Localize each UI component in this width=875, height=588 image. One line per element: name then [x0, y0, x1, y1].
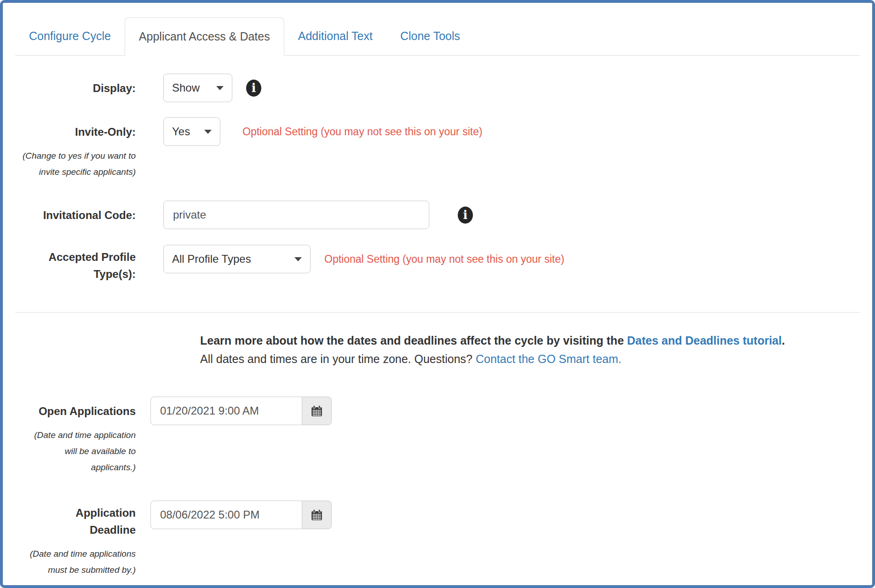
invite-only-select-value: Yes — [172, 125, 190, 138]
application-deadline-label-line2: Deadline — [15, 521, 136, 538]
accepted-profile-label-line1: Accepted Profile — [15, 248, 136, 265]
open-applications-date-input[interactable] — [150, 397, 302, 425]
calendar-icon — [311, 405, 323, 417]
open-applications-row: Open Applications (Date and time applica… — [15, 397, 860, 475]
open-applications-help-line2: will be available to — [15, 443, 136, 459]
application-deadline-help-line1: (Date and time applications — [15, 546, 136, 562]
application-deadline-help: (Date and time applications must be subm… — [15, 546, 136, 578]
invite-only-help-line1: (Change to yes if you want to — [15, 148, 136, 164]
application-deadline-row: Application Deadline (Date and time appl… — [15, 501, 860, 578]
open-applications-help-line1: (Date and time application — [15, 427, 136, 443]
application-deadline-date-group — [150, 501, 332, 529]
invite-only-label: Invite-Only: — [75, 126, 136, 138]
invite-only-select[interactable]: Yes — [163, 117, 220, 146]
display-row: Display: Show — [15, 74, 860, 102]
display-info-icon[interactable] — [246, 80, 261, 97]
invitational-code-input[interactable] — [163, 201, 429, 229]
display-select[interactable]: Show — [163, 74, 232, 102]
dates-intro-line2-text: All dates and times are in your time zon… — [200, 352, 476, 365]
display-select-value: Show — [172, 81, 200, 94]
application-deadline-date-input[interactable] — [150, 501, 302, 529]
accepted-profile-select[interactable]: All Profile Types — [163, 245, 311, 273]
tab-applicant-access-dates[interactable]: Applicant Access & Dates — [125, 17, 284, 56]
invitational-code-info-icon[interactable] — [458, 207, 473, 224]
application-deadline-calendar-button[interactable] — [302, 501, 332, 529]
contact-go-smart-link[interactable]: Contact the GO Smart team. — [476, 352, 622, 365]
chevron-down-icon — [294, 257, 302, 261]
display-label: Display: — [93, 82, 136, 94]
application-deadline-help-line2: must be submitted by.) — [15, 562, 136, 578]
invite-only-row: Invite-Only: (Change to yes if you want … — [15, 117, 860, 180]
tab-configure-cycle[interactable]: Configure Cycle — [15, 17, 125, 55]
invite-only-help-line2: invite specific applicants) — [15, 164, 136, 180]
chevron-down-icon — [204, 130, 212, 134]
invite-only-help: (Change to yes if you want to invite spe… — [15, 148, 136, 180]
calendar-icon — [311, 509, 323, 521]
dates-intro-line1: Learn more about how the dates and deadl… — [200, 331, 860, 350]
open-applications-help-line3: applicants.) — [15, 459, 136, 475]
accepted-profile-types-row: Accepted Profile Type(s): All Profile Ty… — [15, 245, 860, 282]
open-applications-help: (Date and time application will be avail… — [15, 427, 136, 475]
dates-intro-line1-period: . — [782, 334, 785, 347]
accepted-profile-optional-note: Optional Setting (you may not see this o… — [324, 245, 564, 273]
dates-intro: Learn more about how the dates and deadl… — [200, 331, 860, 368]
open-applications-date-group — [150, 397, 332, 425]
tab-bar: Configure Cycle Applicant Access & Dates… — [15, 17, 860, 56]
section-divider — [15, 312, 860, 313]
tab-additional-text[interactable]: Additional Text — [284, 17, 386, 55]
cycle-settings-panel: Configure Cycle Applicant Access & Dates… — [0, 0, 875, 588]
invitational-code-row: Invitational Code: — [15, 201, 860, 229]
dates-deadlines-tutorial-link[interactable]: Dates and Deadlines tutorial — [627, 334, 782, 347]
dates-intro-line1-text: Learn more about how the dates and deadl… — [200, 334, 627, 347]
tab-clone-tools[interactable]: Clone Tools — [386, 17, 474, 55]
invite-only-optional-note: Optional Setting (you may not see this o… — [242, 117, 483, 146]
dates-intro-line2: All dates and times are in your time zon… — [200, 350, 860, 368]
accepted-profile-label-line2: Type(s): — [15, 265, 136, 282]
invitational-code-label: Invitational Code: — [43, 209, 136, 221]
open-applications-calendar-button[interactable] — [302, 397, 332, 425]
chevron-down-icon — [216, 86, 224, 90]
accepted-profile-select-value: All Profile Types — [172, 253, 251, 265]
application-deadline-label-line1: Application — [15, 504, 136, 521]
open-applications-label: Open Applications — [39, 405, 136, 417]
